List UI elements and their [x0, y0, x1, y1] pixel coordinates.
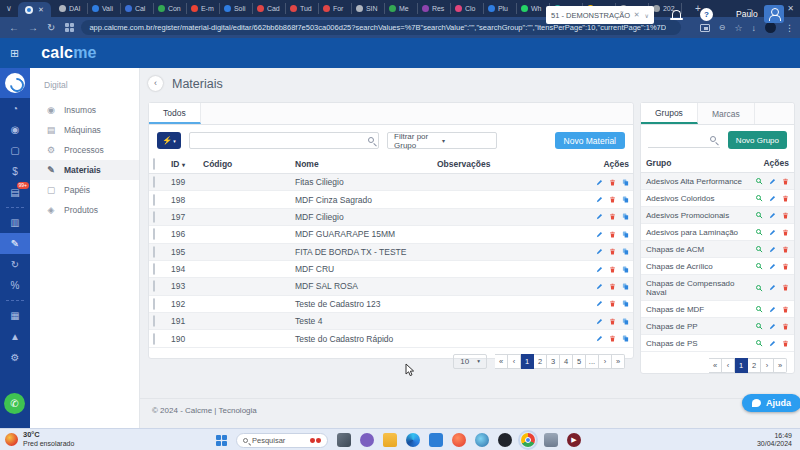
earth-app-icon[interactable]	[475, 433, 489, 447]
apps-grid-icon[interactable]: ⊞	[10, 47, 19, 60]
new-material-button[interactable]: Novo Material	[555, 132, 625, 149]
row-checkbox[interactable]	[153, 280, 155, 292]
group-search-input[interactable]	[648, 132, 720, 148]
browser-tab[interactable]: DAI	[55, 3, 88, 14]
photos-icon[interactable]	[337, 433, 351, 447]
edit-icon[interactable]	[596, 335, 603, 342]
browser-tab[interactable]: Plu	[484, 3, 517, 14]
copy-icon[interactable]	[622, 283, 629, 290]
rail-item[interactable]: %	[0, 275, 30, 296]
browser-menu-icon[interactable]: ⋮	[785, 23, 794, 33]
copy-icon[interactable]	[622, 335, 629, 342]
browser-tab[interactable]: Me	[385, 3, 418, 14]
row-checkbox[interactable]	[153, 176, 155, 188]
col-id[interactable]: ID	[171, 159, 180, 169]
zoom-icon[interactable]: ⊖	[719, 23, 726, 32]
edit-icon[interactable]	[769, 306, 776, 313]
view-icon[interactable]	[755, 228, 763, 236]
delete-icon[interactable]	[782, 340, 789, 347]
copy-icon[interactable]	[622, 213, 629, 220]
delete-icon[interactable]	[782, 195, 789, 202]
delete-icon[interactable]	[782, 212, 789, 219]
delete-icon[interactable]	[782, 284, 789, 291]
bookmark-star-icon[interactable]: ☆	[734, 23, 742, 33]
browser-tab[interactable]: Clo	[451, 3, 484, 14]
view-icon[interactable]	[755, 194, 763, 202]
group-page-button[interactable]: ›	[761, 358, 774, 373]
browser-tab[interactable]: Cal	[121, 3, 154, 14]
edit-icon[interactable]	[769, 263, 776, 270]
page-button[interactable]: «	[495, 354, 508, 369]
edit-icon[interactable]	[769, 229, 776, 236]
group-filter-select[interactable]: Filtrar por Grupo ▾	[387, 132, 497, 149]
delete-icon[interactable]	[782, 263, 789, 270]
edge-icon[interactable]	[406, 433, 420, 447]
browser-tab[interactable]: Con	[154, 3, 187, 14]
edit-icon[interactable]	[596, 196, 603, 203]
active-browser-tab[interactable]: ✕	[18, 2, 51, 17]
help-icon[interactable]: ?	[700, 8, 713, 21]
copy-icon[interactable]	[622, 318, 629, 325]
dark-app-icon[interactable]	[498, 433, 512, 447]
page-button[interactable]: ‹	[508, 354, 521, 369]
delete-icon[interactable]	[609, 283, 616, 290]
notifications-bell-icon[interactable]	[672, 10, 681, 18]
rail-item[interactable]: ⚙	[0, 347, 30, 368]
start-button[interactable]	[216, 435, 227, 446]
rail-item[interactable]: ▢	[0, 140, 30, 161]
back-button[interactable]: ‹	[148, 76, 163, 91]
edit-icon[interactable]	[596, 300, 603, 307]
rail-item[interactable]: ↻	[0, 254, 30, 275]
help-button[interactable]: Ajuda	[742, 394, 800, 412]
row-checkbox[interactable]	[153, 211, 155, 223]
delete-icon[interactable]	[609, 196, 616, 203]
edit-icon[interactable]	[596, 283, 603, 290]
edit-icon[interactable]	[769, 212, 776, 219]
view-icon[interactable]	[755, 339, 763, 347]
back-icon[interactable]: ←	[9, 22, 19, 33]
edit-icon[interactable]	[596, 266, 603, 273]
delete-icon[interactable]	[609, 231, 616, 238]
sidebar-item[interactable]: ▢ Papéis	[30, 180, 139, 200]
page-button[interactable]: ...	[586, 354, 599, 369]
group-page-button[interactable]: 1	[735, 358, 748, 373]
select-all-checkbox[interactable]	[153, 158, 155, 170]
browser-tab[interactable]: SIN	[352, 3, 385, 14]
download-icon[interactable]: ↓	[752, 23, 757, 33]
delete-icon[interactable]	[609, 300, 616, 307]
row-checkbox[interactable]	[153, 246, 155, 258]
user-menu[interactable]: Paulo	[736, 5, 784, 23]
view-icon[interactable]	[755, 322, 763, 330]
view-icon[interactable]	[755, 284, 763, 292]
group-page-button[interactable]: 2	[748, 358, 761, 373]
row-checkbox[interactable]	[153, 333, 155, 345]
delete-icon[interactable]	[609, 213, 616, 220]
tab-close-icon[interactable]: ✕	[38, 6, 44, 14]
page-button[interactable]: 3	[547, 354, 560, 369]
browser-tab[interactable]: Wh	[517, 3, 550, 14]
per-page-select[interactable]: 10 ▾	[453, 354, 487, 369]
rail-item[interactable]: ▥	[0, 212, 30, 233]
col-codigo[interactable]: Código	[199, 155, 291, 174]
col-nome[interactable]: Nome	[291, 155, 433, 174]
site-grid-icon[interactable]	[65, 23, 74, 32]
group-page-button[interactable]: »	[774, 358, 787, 373]
edit-icon[interactable]	[596, 179, 603, 186]
rail-item[interactable]: ▤ 99+	[0, 182, 30, 203]
rail-item[interactable]: ▲	[0, 326, 30, 347]
delete-icon[interactable]	[609, 335, 616, 342]
avatar[interactable]	[764, 5, 784, 23]
page-button[interactable]: »	[612, 354, 625, 369]
browser-tab[interactable]: Vali	[88, 3, 121, 14]
delete-icon[interactable]	[609, 248, 616, 255]
rail-item[interactable]: ✎	[0, 233, 30, 254]
calculator-icon[interactable]	[544, 433, 558, 447]
clear-icon[interactable]: ✕	[634, 11, 640, 19]
sort-desc-icon[interactable]: ▾	[182, 162, 185, 168]
weather-widget[interactable]: 30°CPred ensolarado	[5, 431, 74, 448]
forward-icon[interactable]: →	[28, 22, 38, 33]
edit-icon[interactable]	[596, 248, 603, 255]
copy-icon[interactable]	[622, 300, 629, 307]
rail-home-button[interactable]	[0, 68, 30, 98]
page-button[interactable]: 5	[573, 354, 586, 369]
